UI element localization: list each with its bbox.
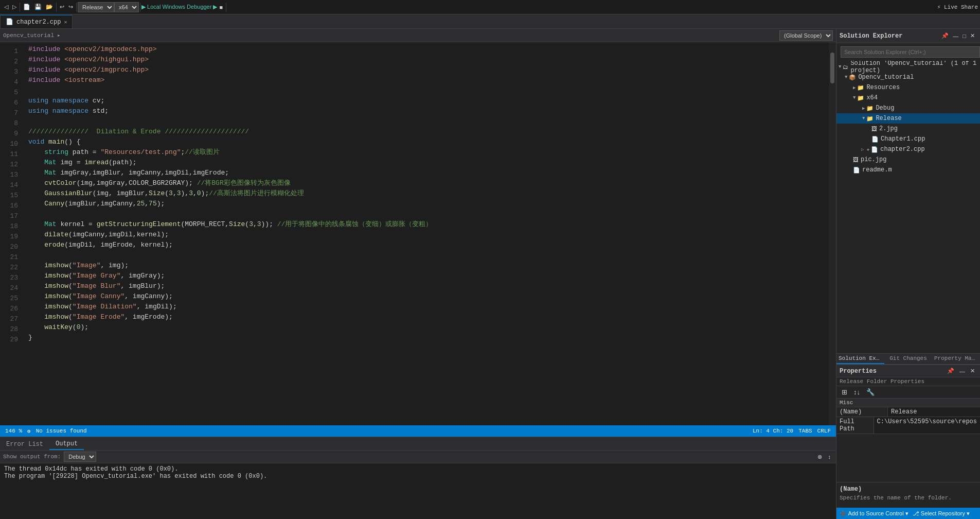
props-title: Properties	[840, 368, 945, 375]
props-min-btn[interactable]: —	[957, 367, 967, 375]
file-chapter1-label: Chapter1.cpp	[881, 135, 925, 143]
build-config-dropdown[interactable]: Release	[78, 2, 114, 12]
version-bar: ◁ ▷ 📄 💾 📂 ↩ ↪ Release x64 ▶ Local Window…	[0, 0, 980, 14]
breadcrumb-project: Opencv_tutorial	[3, 32, 54, 39]
file-chapter2[interactable]: ▷ ✚ 📄 chapter2.cpp	[836, 144, 980, 154]
se-close-btn[interactable]: ✕	[968, 31, 977, 40]
release-arrow: ▼	[862, 116, 865, 121]
file-chapter1[interactable]: 📄 Chapter1.cpp	[836, 134, 980, 144]
tab-close-button[interactable]: ✕	[64, 19, 67, 25]
error-list-tab[interactable]: Error List	[0, 439, 49, 450]
scroll-bar[interactable]	[829, 42, 836, 425]
se-search-input[interactable]	[841, 46, 980, 58]
solution-label: Solution 'Opencv_tutorial' (1 of 1 proje…	[850, 61, 980, 74]
readme-icon: 📄	[853, 167, 860, 174]
chapter2-arrow: ▷ ✚	[861, 147, 869, 152]
se-tab-git-changes[interactable]: Git Changes	[884, 354, 932, 364]
zoom-level: 146 %	[5, 428, 22, 434]
se-min-btn[interactable]: —	[951, 32, 960, 40]
run-button[interactable]: ▶ Local Windows Debugger ▶	[141, 4, 217, 10]
se-tab-solution-explorer[interactable]: Solution Explorer	[836, 354, 884, 364]
editor-header: Opencv_tutorial ▸ (Global Scope)	[0, 29, 836, 42]
props-header: Properties 📌 — ✕	[836, 365, 980, 377]
live-share-label: ⚡ Live Share	[937, 4, 978, 10]
solution-explorer-panel: Solution Explorer 📌 — □ ✕ ▼ 🗂 Solution '…	[836, 29, 980, 353]
project-label: Opencv_tutorial	[858, 74, 914, 81]
nav-forward-btn[interactable]: ▷	[10, 3, 19, 11]
output-wrap-btn[interactable]: ↕	[826, 453, 833, 461]
output-content: The thread 0x14dc has exited with code 0…	[0, 463, 836, 519]
folder-icon: 📁	[857, 84, 864, 91]
cpp-icon: 📄	[871, 136, 879, 143]
add-source-btn[interactable]: ➕ Add to Source Control ▾	[840, 510, 908, 517]
output-line2: The program '[29228] Opencv_tutorial.exe…	[4, 473, 832, 480]
se-search-wrapper	[836, 43, 980, 61]
arch-dropdown[interactable]: x64	[114, 2, 139, 12]
file-pic[interactable]: 🖼 pic.jpg	[836, 154, 980, 165]
x64-folder-icon: 📁	[857, 95, 864, 101]
props-fullpath-row: Full Path C:\Users\52595\source\repos	[836, 417, 980, 434]
code-editor[interactable]: 12345 678910 1112131415 1617181920 21222…	[0, 42, 836, 425]
show-output-dropdown[interactable]: Debug	[64, 452, 96, 462]
se-pin-btn[interactable]: 📌	[939, 31, 951, 40]
solution-icon: 🗂	[843, 64, 848, 71]
x64-folder[interactable]: ▼ 📁 x64	[836, 93, 980, 103]
props-fullpath-val[interactable]: C:\Users\52595\source\repos	[874, 417, 980, 434]
file-2jpg[interactable]: 🖼 2.jpg	[836, 124, 980, 134]
file-readme[interactable]: 📄 readme.m	[836, 165, 980, 175]
props-name-val[interactable]: Release	[888, 407, 980, 417]
undo-btn[interactable]: ↩	[58, 3, 66, 11]
debug-arrow: ▶	[862, 106, 865, 111]
main-area: Opencv_tutorial ▸ (Global Scope) 12345 6…	[0, 29, 980, 519]
props-sort-btn[interactable]: ↕↓	[851, 387, 862, 397]
code-content[interactable]: #include <opencv2/imgcodecs.hpp> #includ…	[23, 42, 829, 425]
sep4	[140, 3, 140, 12]
bottom-tabs: Error List Output	[0, 437, 836, 451]
resources-folder[interactable]: ▶ 📁 Resources	[836, 82, 980, 93]
project-icon: 📦	[849, 74, 856, 81]
breadcrumb-sep: ▸	[57, 32, 61, 39]
props-fullpath-key: Full Path	[836, 417, 874, 434]
x64-arrow: ▼	[853, 95, 856, 100]
open-btn[interactable]: 📂	[44, 3, 55, 11]
editor-panel: Opencv_tutorial ▸ (Global Scope) 12345 6…	[0, 29, 836, 519]
props-close-btn[interactable]: ✕	[968, 367, 977, 375]
file-btn[interactable]: 📄	[21, 3, 32, 11]
save-btn[interactable]: 💾	[32, 3, 44, 11]
pic-icon: 🖼	[853, 157, 859, 163]
resources-label: Resources	[866, 84, 900, 91]
output-clear-btn[interactable]: ⊗	[815, 453, 824, 461]
nav-back-btn[interactable]: ◁	[2, 3, 10, 11]
release-folder-icon: 📁	[866, 115, 874, 122]
editor-tab-chapter2[interactable]: 📄 chapter2.cpp ✕	[0, 15, 73, 28]
se-tab-property-manager[interactable]: Property Manager	[932, 354, 980, 364]
stop-btn[interactable]: ■	[217, 3, 225, 11]
status-left: 146 % ⊕ No issues found	[5, 428, 87, 435]
se-max-btn[interactable]: □	[960, 32, 968, 40]
redo-btn[interactable]: ↪	[66, 3, 75, 11]
scope-dropdown[interactable]: (Global Scope)	[779, 30, 833, 41]
bottom-panel: Error List Output Show output from: Debu…	[0, 437, 836, 519]
encoding: CRLF	[817, 428, 831, 434]
output-tab[interactable]: Output	[49, 439, 84, 450]
select-repo-btn[interactable]: ⎇ Select Repository ▾	[913, 510, 970, 517]
props-pin-btn[interactable]: 📌	[945, 367, 956, 375]
props-grid-btn[interactable]: ⊞	[840, 387, 849, 397]
debug-folder-icon: 📁	[866, 105, 874, 112]
tab-filename: chapter2.cpp	[16, 19, 61, 26]
props-wrench-btn[interactable]: 🔧	[864, 387, 877, 397]
scroll-thumb[interactable]	[830, 53, 834, 83]
output-header: Show output from: Debug ⊗ ↕	[0, 451, 836, 463]
se-title: Solution Explorer	[840, 32, 939, 40]
release-label: Release	[876, 115, 901, 122]
release-folder[interactable]: ▼ 📁 Release	[836, 113, 980, 124]
debug-folder[interactable]: ▶ 📁 Debug	[836, 103, 980, 113]
props-toolbar: ⊞ ↕↓ 🔧	[836, 386, 980, 399]
x64-label: x64	[866, 94, 878, 101]
props-name-row: (Name) Release	[836, 407, 980, 417]
solution-root[interactable]: ▼ 🗂 Solution 'Opencv_tutorial' (1 of 1 p…	[836, 62, 980, 72]
sep1	[20, 3, 20, 12]
line-col: Ln: 4 Ch: 20	[753, 428, 793, 434]
status-bar: 146 % ⊕ No issues found Ln: 4 Ch: 20 TAB…	[0, 425, 836, 437]
file-2jpg-label: 2.jpg	[879, 125, 898, 132]
